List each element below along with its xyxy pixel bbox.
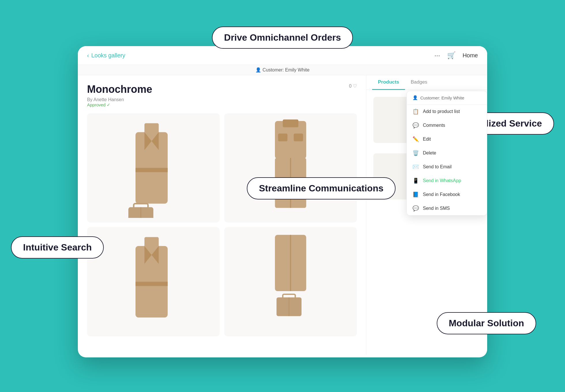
content-area: Monochrome By Anette Hansen 0 ♡ Approved…: [78, 75, 487, 355]
look-header: Monochrome By Anette Hansen 0 ♡ Approved…: [87, 83, 357, 108]
dropdown-item-edit[interactable]: ✏️ Edit: [407, 132, 487, 146]
edit-icon: ✏️: [413, 136, 419, 142]
dropdown-item-facebook[interactable]: 📘 Send in Facebook: [407, 188, 487, 201]
look-title: Monochrome: [87, 83, 152, 95]
svg-rect-10: [278, 133, 288, 141]
dropdown-label-facebook: Send in Facebook: [423, 192, 460, 197]
dropdown-label-edit: Edit: [423, 137, 431, 142]
product-card-3[interactable]: [87, 227, 220, 336]
left-panel: Monochrome By Anette Hansen 0 ♡ Approved…: [78, 75, 366, 355]
back-navigation[interactable]: ‹ Looks gallery: [87, 52, 125, 59]
dropdown-customer-header: 👤 Customer: Emily White: [407, 91, 487, 105]
dropdown-item-sms[interactable]: 💬 Send in SMS: [407, 201, 487, 215]
customer-banner: 👤 Customer: Emily White: [78, 65, 487, 75]
product-image-trenchcoat: [92, 118, 215, 218]
app-window: ‹ Looks gallery ··· 🛒 Home 👤 Customer: E…: [78, 46, 487, 357]
look-title-group: Monochrome By Anette Hansen: [87, 83, 152, 102]
back-chevron-icon: ‹: [87, 52, 89, 59]
dropdown-item-add-to-list[interactable]: 📋 Add to product list: [407, 105, 487, 118]
tab-products[interactable]: Products: [372, 75, 405, 90]
top-nav: ‹ Looks gallery ··· 🛒 Home: [78, 46, 487, 65]
dropdown-customer-name: Customer: Emily White: [420, 95, 464, 100]
email-icon: ✉️: [413, 164, 419, 170]
dropdown-menu: 👤 Customer: Emily White 📋 Add to product…: [406, 91, 487, 216]
product-image-trousers-bag: [229, 232, 352, 332]
product-grid: [87, 113, 357, 336]
dropdown-item-delete[interactable]: 🗑️ Delete: [407, 146, 487, 160]
product-image-shirt-trousers: [229, 118, 352, 218]
dropdown-label-email: Send to Email: [423, 164, 452, 169]
back-label: Looks gallery: [91, 52, 125, 59]
whatsapp-icon: 📱: [413, 178, 419, 184]
sms-icon: 💬: [413, 205, 419, 212]
tabs-row: Products Badges: [366, 75, 487, 90]
list-icon: 📋: [413, 108, 419, 115]
product-image-trenchcoat2: [92, 232, 215, 332]
dropdown-label-delete: Delete: [423, 150, 436, 156]
product-card-4[interactable]: [224, 227, 357, 336]
look-author: By Anette Hansen: [87, 97, 152, 102]
dropdown-label-whatsapp: Send in WhatsApp: [423, 178, 461, 183]
tab-badges[interactable]: Badges: [405, 75, 433, 90]
label-drive-omnichannel: Drive Omnichannel Orders: [212, 27, 353, 49]
dropdown-item-comments[interactable]: 💬 Comments: [407, 118, 487, 132]
look-approved: Approved ✓: [87, 102, 357, 108]
comments-icon: 💬: [413, 122, 419, 129]
svg-rect-2: [135, 168, 168, 172]
look-header-row: Monochrome By Anette Hansen 0 ♡: [87, 83, 357, 102]
dropdown-customer-icon: 👤: [413, 95, 418, 100]
label-intuitive-search: Intuitive Search: [11, 236, 104, 259]
svg-rect-9: [283, 119, 298, 127]
look-likes: 0 ♡: [349, 83, 357, 89]
more-options-icon[interactable]: ···: [434, 51, 440, 59]
product-card-2[interactable]: [224, 113, 357, 223]
cart-icon[interactable]: 🛒: [447, 51, 456, 59]
delete-icon: 🗑️: [413, 150, 419, 156]
nav-right-icons: ··· 🛒 Home: [434, 51, 478, 59]
label-modular-solution: Modular Solution: [437, 312, 536, 334]
product-card-1[interactable]: [87, 113, 220, 223]
svg-rect-11: [294, 133, 303, 141]
svg-rect-16: [135, 282, 168, 286]
dropdown-item-email[interactable]: ✉️ Send to Email: [407, 160, 487, 174]
label-streamline-comms: Streamline Communications: [247, 177, 396, 199]
dropdown-label-comments: Comments: [423, 123, 445, 128]
facebook-icon: 📘: [413, 191, 419, 198]
dropdown-label-add-to-list: Add to product list: [423, 109, 460, 114]
home-label[interactable]: Home: [463, 52, 478, 59]
dropdown-label-sms: Send in SMS: [423, 206, 450, 211]
dropdown-item-whatsapp[interactable]: 📱 Send in WhatsApp: [407, 174, 487, 188]
